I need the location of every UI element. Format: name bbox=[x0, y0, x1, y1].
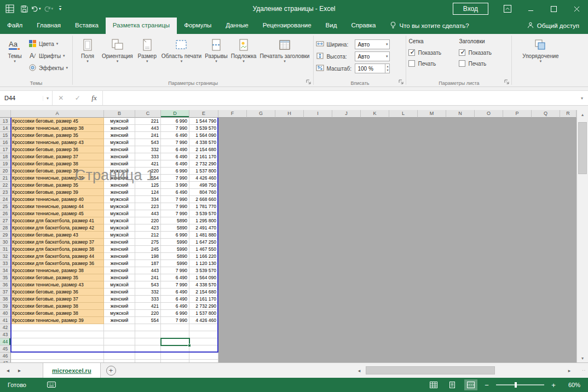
page-layout-view-icon[interactable] bbox=[446, 379, 459, 390]
worksheet-grid[interactable]: ABCDEFGHIJKLMNOPQR13Кроссовки беговые, р… bbox=[0, 110, 577, 362]
cell-B39[interactable]: женский bbox=[104, 303, 135, 310]
cell-I30[interactable] bbox=[304, 239, 332, 246]
cell-A45[interactable] bbox=[11, 345, 104, 353]
cell-Q14[interactable] bbox=[532, 125, 560, 132]
minimize-icon[interactable] bbox=[519, 0, 542, 18]
cell-R14[interactable] bbox=[560, 125, 577, 132]
cell-F32[interactable] bbox=[218, 253, 247, 260]
checkbox-сетка-показать[interactable]: Показать bbox=[408, 47, 454, 58]
cell-R45[interactable] bbox=[560, 345, 577, 353]
cell-H26[interactable] bbox=[275, 210, 304, 217]
cell-B36[interactable]: мужской bbox=[104, 281, 135, 289]
row-header-13[interactable]: 13 bbox=[0, 118, 11, 125]
cell-R41[interactable] bbox=[560, 317, 577, 324]
checkbox-icon[interactable] bbox=[408, 60, 415, 67]
cell-I41[interactable] bbox=[304, 317, 332, 324]
cell-G31[interactable] bbox=[247, 246, 275, 253]
cell-H15[interactable] bbox=[275, 132, 304, 139]
row-header-28[interactable]: 28 bbox=[0, 224, 11, 232]
cell-E28[interactable]: 2 491 470 bbox=[189, 224, 218, 232]
cell-N31[interactable] bbox=[446, 246, 475, 253]
cell-M25[interactable] bbox=[418, 203, 446, 210]
cell-N35[interactable] bbox=[446, 274, 475, 281]
cell-A18[interactable]: Кроссовки беговые, размер 37 bbox=[11, 153, 104, 160]
cell-J14[interactable] bbox=[332, 125, 361, 132]
cell-N16[interactable] bbox=[446, 139, 475, 146]
cell-I33[interactable] bbox=[304, 260, 332, 267]
cell-M18[interactable] bbox=[418, 153, 446, 160]
cell-K25[interactable] bbox=[361, 203, 389, 210]
ribbon-tab-вид[interactable]: Вид bbox=[319, 18, 344, 34]
cell-B20[interactable]: мужской bbox=[104, 168, 135, 175]
cell-I24[interactable] bbox=[304, 196, 332, 203]
cell-Q46[interactable] bbox=[532, 353, 560, 360]
cell-F28[interactable] bbox=[218, 224, 247, 232]
cell-P24[interactable] bbox=[503, 196, 532, 203]
ribbon-tab-главная[interactable]: Главная bbox=[30, 18, 68, 34]
cell-Q35[interactable] bbox=[532, 274, 560, 281]
cell-Q42[interactable] bbox=[532, 324, 560, 331]
cell-C34[interactable]: 443 bbox=[135, 267, 161, 274]
cell-J15[interactable] bbox=[332, 132, 361, 139]
cell-F20[interactable] bbox=[218, 168, 247, 175]
cell-H36[interactable] bbox=[275, 281, 304, 289]
column-header-P[interactable]: P bbox=[503, 110, 532, 118]
cell-K46[interactable] bbox=[361, 353, 389, 360]
cell-P16[interactable] bbox=[503, 139, 532, 146]
cell-H14[interactable] bbox=[275, 125, 304, 132]
cell-E21[interactable]: 4 426 460 bbox=[189, 175, 218, 182]
cell-A35[interactable]: Кроссовки беговые, размер 35 bbox=[11, 274, 104, 281]
cell-B26[interactable]: мужской bbox=[104, 210, 135, 217]
cell-G44[interactable] bbox=[247, 338, 275, 345]
cell-E30[interactable]: 1 647 250 bbox=[189, 239, 218, 246]
column-header-E[interactable]: E bbox=[189, 110, 218, 118]
cell-Q13[interactable] bbox=[532, 118, 560, 125]
sheet-nav-left-icon[interactable]: ◂ bbox=[7, 367, 9, 373]
cell-L15[interactable] bbox=[389, 132, 418, 139]
cell-I31[interactable] bbox=[304, 246, 332, 253]
cell-D16[interactable]: 7 990 bbox=[161, 139, 189, 146]
cell-K18[interactable] bbox=[361, 153, 389, 160]
cell-J40[interactable] bbox=[332, 310, 361, 317]
cell-J37[interactable] bbox=[332, 289, 361, 296]
cell-Q29[interactable] bbox=[532, 232, 560, 239]
cell-L25[interactable] bbox=[389, 203, 418, 210]
cell-C26[interactable]: 443 bbox=[135, 210, 161, 217]
cell-F46[interactable] bbox=[218, 353, 247, 360]
cell-C13[interactable]: 221 bbox=[135, 118, 161, 125]
cell-R44[interactable] bbox=[560, 338, 577, 345]
cell-O28[interactable] bbox=[475, 224, 503, 232]
cell-J18[interactable] bbox=[332, 153, 361, 160]
checkbox-icon[interactable] bbox=[459, 49, 465, 56]
cell-H40[interactable] bbox=[275, 310, 304, 317]
cell-P40[interactable] bbox=[503, 310, 532, 317]
cell-E23[interactable]: 804 760 bbox=[189, 189, 218, 196]
insert-function-icon[interactable]: fx bbox=[91, 94, 96, 102]
cell-M23[interactable] bbox=[418, 189, 446, 196]
row-header-22[interactable]: 22 bbox=[0, 182, 11, 189]
cell-R26[interactable] bbox=[560, 210, 577, 217]
cell-K19[interactable] bbox=[361, 160, 389, 168]
ribbon-display-options-icon[interactable] bbox=[496, 0, 519, 18]
row-header-31[interactable]: 31 bbox=[0, 246, 11, 253]
cell-I21[interactable] bbox=[304, 175, 332, 182]
cell-M39[interactable] bbox=[418, 303, 446, 310]
maximize-icon[interactable] bbox=[542, 0, 565, 18]
cell-E42[interactable] bbox=[189, 324, 218, 331]
cell-K38[interactable] bbox=[361, 296, 389, 303]
cell-Q20[interactable] bbox=[532, 168, 560, 175]
cell-I19[interactable] bbox=[304, 160, 332, 168]
cell-B18[interactable]: женский bbox=[104, 153, 135, 160]
cell-K43[interactable] bbox=[361, 331, 389, 338]
cell-K14[interactable] bbox=[361, 125, 389, 132]
cell-J39[interactable] bbox=[332, 303, 361, 310]
cell-H31[interactable] bbox=[275, 246, 304, 253]
cell-B15[interactable]: женский bbox=[104, 132, 135, 139]
redo-icon[interactable]: ▾ bbox=[43, 2, 55, 15]
cell-E29[interactable]: 1 481 880 bbox=[189, 232, 218, 239]
cell-H41[interactable] bbox=[275, 317, 304, 324]
cell-B21[interactable]: женский bbox=[104, 175, 135, 182]
cell-I17[interactable] bbox=[304, 146, 332, 153]
cell-F37[interactable] bbox=[218, 289, 247, 296]
cell-J24[interactable] bbox=[332, 196, 361, 203]
